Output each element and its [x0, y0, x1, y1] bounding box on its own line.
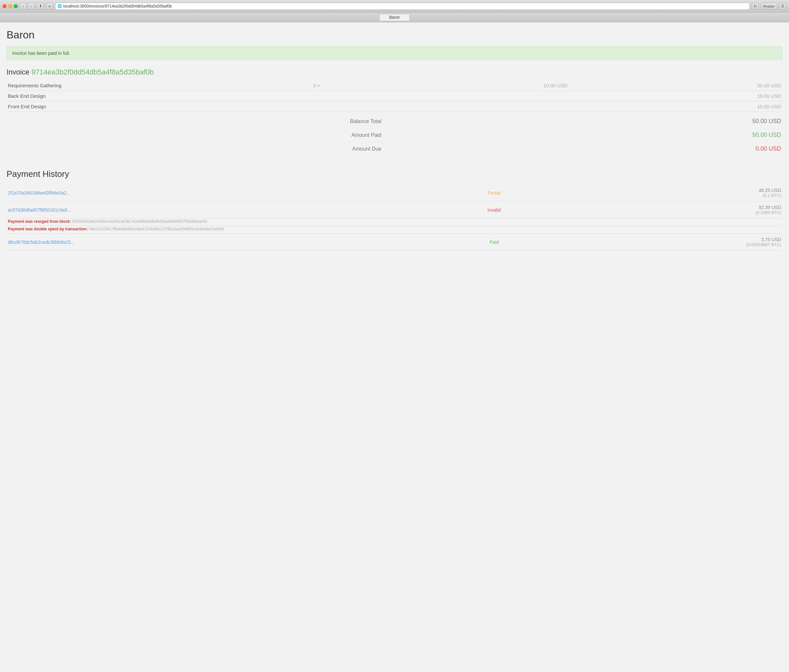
item-price-1 — [355, 91, 569, 101]
paid-banner: Invoice has been paid in full. — [6, 46, 783, 60]
item-qty-1 — [278, 91, 355, 101]
refresh-button[interactable]: ↻ — [752, 3, 759, 10]
paid-banner-text: Invoice has been paid in full. — [12, 51, 70, 56]
balance-value: 50.00 USD — [394, 115, 783, 128]
payment-history-title: Payment History — [6, 169, 783, 179]
status-1: Invalid — [444, 202, 545, 219]
payment-row-1: ac57d36dfad57f8f50161c9a5... Invalid 92.… — [6, 202, 783, 219]
url-text: localhost:3000/invoices/9714ea3b2f0dd54d… — [63, 4, 172, 8]
item-total-0: 30.00 USD — [569, 80, 783, 91]
invoice-id: 9714ea3b2f0dd54db5a4f8a5d35baf0b — [32, 68, 154, 76]
item-qty-0: 3 × — [278, 80, 355, 91]
new-tab-button[interactable]: + — [46, 3, 53, 10]
error-label-1-0: Payment was reorged from block: — [8, 219, 71, 224]
item-total-2: 10.00 USD — [569, 101, 783, 112]
amount-usd-2: 3.75 USD (0.00818867 BTC) — [545, 234, 783, 251]
error-row-1-1: Payment was double spent by transaction:… — [6, 226, 783, 234]
app-title: Baron — [6, 29, 783, 41]
balance-label: Balance Total — [6, 115, 394, 128]
settings-button[interactable]: ☰ — [779, 3, 786, 10]
amount-due-row: Amount Due 0.00 USD — [6, 142, 783, 156]
payment-history-table: 2f1a70a360188eef2ff46e3a2... Partial 46.… — [6, 184, 783, 251]
tab-bar: Baron — [0, 13, 789, 22]
totals-table: Balance Total 50.00 USD Amount Paid 50.0… — [6, 115, 783, 156]
back-button[interactable]: ‹ — [20, 3, 27, 10]
error-value-1-0: 00000000d82425bec4d3913e38c7a1eff9bd9d6d… — [72, 219, 207, 224]
share-button[interactable]: ⬆ — [37, 3, 44, 10]
minimize-button[interactable] — [8, 4, 12, 8]
table-row: Front End Design 10.00 USD — [6, 101, 783, 112]
payment-history-section: Payment History 2f1a70a360188eef2ff46e3a… — [6, 169, 783, 251]
active-tab[interactable]: Baron — [379, 14, 410, 21]
error-label-1-1: Payment was double spent by transaction: — [8, 227, 88, 231]
amount-due-value: 0.00 USD — [394, 142, 783, 156]
invoice-section: Invoice 9714ea3b2f0dd54db5a4f8a5d35baf0b… — [6, 68, 783, 156]
tx-id-2[interactable]: d6cd676dc5ab2cedc36bb9a15... — [6, 234, 444, 251]
address-bar[interactable]: 🌐 localhost:3000/invoices/9714ea3b2f0dd5… — [55, 3, 750, 10]
item-name-1: Back End Design — [6, 91, 278, 101]
tx-id-0[interactable]: 2f1a70a360188eef2ff46e3a2... — [6, 184, 444, 202]
status-2: Paid — [444, 234, 545, 251]
invoice-header: Invoice 9714ea3b2f0dd54db5a4f8a5d35baf0b — [6, 68, 783, 77]
amount-due-label: Amount Due — [6, 142, 394, 156]
error-text-1-0: Payment was reorged from block: 00000000… — [6, 219, 783, 226]
totals-section: Balance Total 50.00 USD Amount Paid 50.0… — [6, 115, 783, 156]
item-total-1: 10.00 USD — [569, 91, 783, 101]
error-value-1-1: 09e223139179fa4e9e92fecfae41f24e95c1376b… — [89, 227, 224, 231]
traffic-lights — [3, 4, 18, 8]
payment-row-2: d6cd676dc5ab2cedc36bb9a15... Paid 3.75 U… — [6, 234, 783, 251]
item-price-0: 10.00 USD — [355, 80, 569, 91]
item-price-2 — [355, 101, 569, 112]
browser-chrome: ‹ › ⬆ + 🌐 localhost:3000/invoices/9714ea… — [0, 0, 789, 13]
item-name-0: Requirements Gathering — [6, 80, 278, 91]
table-row: Requirements Gathering 3 × 10.00 USD 30.… — [6, 80, 783, 91]
error-text-1-1: Payment was double spent by transaction:… — [6, 226, 783, 234]
amount-usd-1: 92.39 USD (0.1999 BTC) — [545, 202, 783, 219]
invoice-label: Invoice — [6, 68, 30, 76]
maximize-button[interactable] — [14, 4, 18, 8]
globe-icon: 🌐 — [57, 4, 62, 8]
amount-usd-0: 46.25 USD (0.1 BTC) — [545, 184, 783, 202]
balance-total-row: Balance Total 50.00 USD — [6, 115, 783, 128]
tx-id-1[interactable]: ac57d36dfad57f8f50161c9a5... — [6, 202, 444, 219]
nav-buttons: ‹ › — [20, 3, 35, 10]
page-content: Baron Invoice has been paid in full. Inv… — [0, 22, 789, 672]
item-qty-2 — [278, 101, 355, 112]
amount-paid-label: Amount Paid — [6, 128, 394, 142]
item-name-2: Front End Design — [6, 101, 278, 112]
payment-row-0: 2f1a70a360188eef2ff46e3a2... Partial 46.… — [6, 184, 783, 202]
amount-paid-row: Amount Paid 50.00 USD — [6, 128, 783, 142]
close-button[interactable] — [3, 4, 6, 8]
error-row-1-0: Payment was reorged from block: 00000000… — [6, 219, 783, 226]
table-row: Back End Design 10.00 USD — [6, 91, 783, 101]
invoice-items-table: Requirements Gathering 3 × 10.00 USD 30.… — [6, 80, 783, 112]
forward-button[interactable]: › — [27, 3, 35, 10]
status-0: Partial — [444, 184, 545, 202]
amount-paid-value: 50.00 USD — [394, 128, 783, 142]
reader-button[interactable]: Reader — [761, 3, 777, 10]
